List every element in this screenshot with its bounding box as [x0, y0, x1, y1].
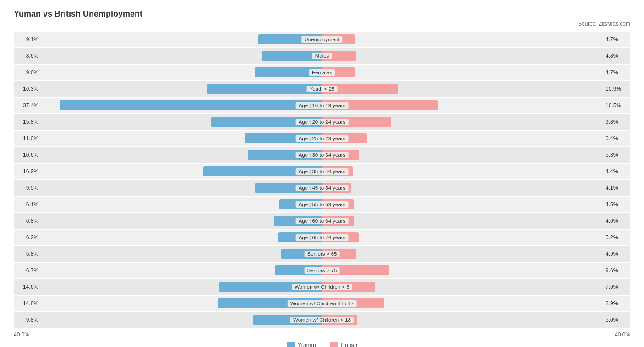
- left-value: 15.8%: [14, 119, 41, 125]
- right-value: 9.6%: [603, 267, 630, 274]
- blue-bar: [219, 282, 322, 292]
- pink-bar: [322, 183, 351, 193]
- bars-area: Youth < 25: [41, 82, 603, 96]
- pink-bar: [322, 298, 384, 308]
- right-bar-container: [322, 298, 603, 309]
- right-value: 4.1%: [603, 185, 630, 191]
- right-bar-container: [322, 265, 603, 276]
- right-bar-container: [322, 248, 603, 259]
- bars-area: Seniors > 75: [41, 264, 603, 277]
- left-bar-container: [41, 248, 322, 259]
- left-value: 6.7%: [14, 267, 41, 274]
- pink-bar: [322, 265, 389, 275]
- left-value: 6.8%: [14, 218, 41, 224]
- left-bar-container: [41, 314, 322, 325]
- pink-bar: [322, 199, 354, 209]
- left-bar-container: [41, 34, 322, 45]
- left-bar-container: [41, 83, 322, 94]
- legend: Yuman British: [14, 341, 630, 347]
- right-bar-container: [322, 215, 603, 226]
- legend-british-label: British: [341, 341, 357, 347]
- left-value: 9.1%: [14, 36, 41, 43]
- right-bar-container: [322, 149, 603, 160]
- blue-bar: [253, 315, 322, 325]
- chart-container: 9.1% Unemployment 4.7% 8.6% Males 4.8% 9…: [14, 32, 630, 347]
- right-value: 5.0%: [603, 317, 630, 323]
- pink-bar: [322, 117, 391, 127]
- bars-area: Age | 25 to 29 years: [41, 132, 603, 145]
- bars-area: Age | 45 to 54 years: [41, 181, 603, 195]
- blue-bar: [255, 67, 322, 77]
- right-value: 4.7%: [603, 69, 630, 76]
- left-bar-container: [41, 199, 322, 210]
- right-value: 8.9%: [603, 300, 630, 307]
- chart-row: 9.1% Unemployment 4.7%: [14, 32, 630, 47]
- right-value: 7.6%: [603, 284, 630, 290]
- legend-british: British: [330, 341, 357, 347]
- left-bar-container: [41, 149, 322, 160]
- axis-row: 40.0% 40.0%: [14, 329, 630, 339]
- pink-bar: [322, 67, 355, 77]
- pink-bar: [322, 249, 356, 259]
- bars-area: Unemployment: [41, 33, 603, 46]
- left-value: 16.3%: [14, 86, 41, 92]
- blue-bar: [218, 298, 322, 308]
- blue-bar: [274, 216, 322, 226]
- chart-row: 16.9% Age | 35 to 44 years 4.4%: [14, 164, 630, 179]
- right-bar-container: [322, 50, 603, 61]
- bars-area: Women w/ Children < 6: [41, 280, 603, 294]
- chart-row: 6.1% Age | 55 to 59 years 4.5%: [14, 197, 630, 212]
- right-value: 6.4%: [603, 135, 630, 142]
- chart-row: 9.6% Females 4.7%: [14, 65, 630, 80]
- chart-row: 16.3% Youth < 25 10.9%: [14, 81, 630, 97]
- right-value: 10.9%: [603, 86, 630, 92]
- blue-bar: [258, 34, 322, 44]
- axis-right: 40.0%: [615, 331, 630, 338]
- pink-bar: [322, 282, 375, 292]
- blue-bar: [281, 249, 322, 259]
- blue-bar: [203, 166, 322, 176]
- left-value: 37.4%: [14, 102, 41, 109]
- bars-area: Age | 16 to 19 years: [41, 99, 603, 112]
- pink-bar: [322, 84, 398, 94]
- page-title: Yuman vs British Unemployment: [14, 9, 630, 19]
- right-bar-container: [322, 34, 603, 45]
- left-value: 9.6%: [14, 69, 41, 76]
- bars-area: Age | 65 to 74 years: [41, 231, 603, 244]
- legend-yuman: Yuman: [287, 341, 316, 347]
- bars-area: Age | 20 to 24 years: [41, 115, 603, 129]
- pink-bar: [322, 150, 359, 160]
- left-value: 14.8%: [14, 300, 41, 307]
- pink-bar: [322, 133, 367, 143]
- left-value: 5.8%: [14, 251, 41, 257]
- bars-area: Males: [41, 49, 603, 63]
- chart-row: 14.8% Women w/ Children 6 to 17 8.9%: [14, 296, 630, 311]
- right-value: 4.8%: [603, 53, 630, 59]
- blue-bar: [60, 100, 322, 110]
- pink-bar: [322, 166, 353, 176]
- left-value: 6.2%: [14, 234, 41, 241]
- right-bar-container: [322, 83, 603, 94]
- blue-bar: [278, 232, 322, 242]
- chart-row: 6.7% Seniors > 75 9.6%: [14, 263, 630, 278]
- source-label: Source: ZipAtlas.com: [14, 21, 630, 27]
- left-value: 8.6%: [14, 53, 41, 59]
- right-bar-container: [322, 314, 603, 325]
- left-bar-container: [41, 116, 322, 127]
- chart-row: 11.0% Age | 25 to 29 years 6.4%: [14, 131, 630, 146]
- blue-bar: [245, 133, 322, 143]
- pink-bar: [322, 232, 359, 242]
- left-bar-container: [41, 182, 322, 193]
- pink-bar: [322, 216, 354, 226]
- left-bar-container: [41, 298, 322, 309]
- chart-row: 10.6% Age | 30 to 34 years 5.3%: [14, 147, 630, 163]
- right-value: 5.3%: [603, 152, 630, 158]
- blue-bar: [275, 265, 322, 275]
- right-bar-container: [322, 133, 603, 144]
- left-value: 6.1%: [14, 201, 41, 208]
- blue-bar: [211, 117, 322, 127]
- axis-left: 40.0%: [14, 331, 29, 338]
- bars-area: Seniors > 65: [41, 247, 603, 261]
- left-bar-container: [41, 265, 322, 276]
- bars-area: Women w/ Children < 18: [41, 313, 603, 327]
